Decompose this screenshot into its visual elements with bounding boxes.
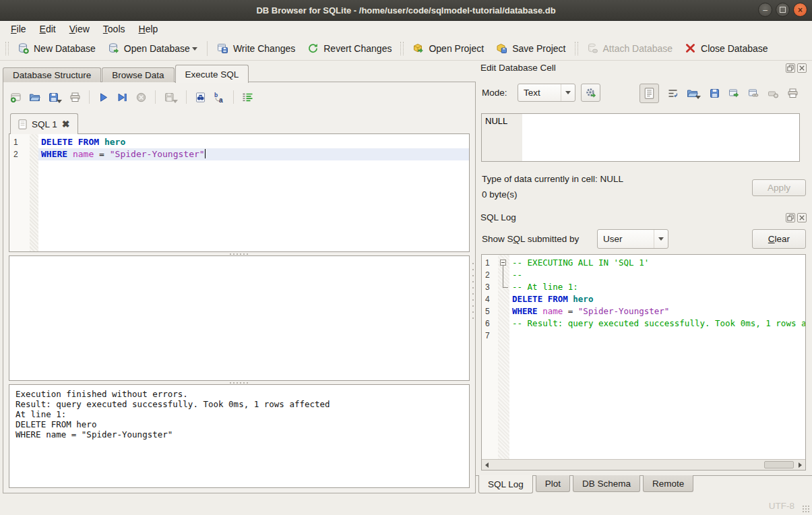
svg-text:b: b xyxy=(214,92,218,98)
right-dock-area: Edit Database Cell Mode: Text xyxy=(476,61,812,495)
close-database-button[interactable]: Close Database xyxy=(679,40,774,57)
menu-file[interactable]: File xyxy=(4,22,33,36)
toolbar-handle[interactable] xyxy=(400,42,404,55)
close-sql-tab-icon[interactable]: ✖ xyxy=(62,119,70,129)
log-fold-margin[interactable] xyxy=(498,255,509,460)
text-mode-toggle-button[interactable] xyxy=(639,84,659,103)
scrollbar-thumb[interactable] xyxy=(764,461,794,468)
maximize-button[interactable] xyxy=(776,3,790,17)
tab-browse-data[interactable]: Browse Data xyxy=(102,67,174,82)
text-document-icon xyxy=(644,88,654,99)
print-icon[interactable] xyxy=(69,92,81,103)
status-bar: UTF-8 xyxy=(0,495,812,515)
sql-log-view[interactable]: 12 34 56 7 -- EXECUTING ALL IN 'SQL 1' -… xyxy=(481,254,806,471)
save-sql-file-button[interactable] xyxy=(48,92,62,103)
execute-sql-panel: ba SQL 1 ✖ 1 2 DELETE FROM hero WHERE na… xyxy=(3,82,476,493)
main-tab-bar: Database Structure Browse Data Execute S… xyxy=(3,64,249,82)
dock-tab-remote[interactable]: Remote xyxy=(643,475,693,492)
export-to-file-icon[interactable] xyxy=(709,88,720,99)
open-project-button[interactable]: Open Project xyxy=(406,40,490,57)
revert-changes-icon xyxy=(307,42,319,54)
attach-database-label: Attach Database xyxy=(603,43,673,54)
import-dropdown-icon[interactable] xyxy=(695,96,701,99)
cell-edit-area[interactable] xyxy=(522,114,799,161)
tab-database-structure[interactable]: Database Structure xyxy=(3,67,101,82)
dock-tab-plot[interactable]: Plot xyxy=(536,475,570,492)
save-project-icon xyxy=(496,42,507,54)
log-line-numbers: 12 34 56 7 xyxy=(482,255,498,460)
open-database-icon xyxy=(108,42,119,54)
new-database-button[interactable]: New Database xyxy=(11,40,102,57)
cell-value-editor[interactable]: NULL xyxy=(481,113,800,162)
editor-code-area[interactable]: DELETE FROM hero WHERE name = "Spider-Yo… xyxy=(38,134,469,251)
log-filter-combo[interactable]: User xyxy=(597,229,668,249)
maximize-icon xyxy=(780,7,786,13)
edit-cell-title: Edit Database Cell xyxy=(480,63,556,73)
menu-view[interactable]: View xyxy=(63,22,96,36)
scroll-right-icon[interactable] xyxy=(795,460,805,470)
revert-changes-button[interactable]: Revert Changes xyxy=(301,40,398,57)
close-database-label: Close Database xyxy=(701,43,768,54)
copy-link-icon[interactable] xyxy=(748,88,759,99)
execute-all-icon[interactable] xyxy=(98,92,109,103)
fold-collapse-icon[interactable] xyxy=(500,260,506,266)
tab-execute-sql[interactable]: Execute SQL xyxy=(175,65,249,83)
open-database-button[interactable]: Open Database xyxy=(102,40,204,57)
word-wrap-icon[interactable] xyxy=(667,88,679,99)
toolbar-handle[interactable] xyxy=(575,42,578,55)
cell-size-info: 0 byte(s) xyxy=(482,189,518,200)
dock-tab-db-schema[interactable]: DB Schema xyxy=(573,475,640,492)
write-changes-button[interactable]: Write Changes xyxy=(211,40,301,57)
main-toolbar: New Database Open Database Write Changes… xyxy=(0,36,812,61)
menu-help[interactable]: Help xyxy=(132,22,165,36)
db-browser-window: DB Browser for SQLite - /home/user/code/… xyxy=(0,0,812,515)
sql-editor[interactable]: 1 2 DELETE FROM hero WHERE name = "Spide… xyxy=(9,133,470,252)
auto-switch-mode-button[interactable] xyxy=(581,84,600,102)
open-sql-file-icon[interactable] xyxy=(29,92,40,103)
vertical-splitter-handle[interactable] xyxy=(472,263,474,320)
open-database-dropdown-icon[interactable] xyxy=(192,47,197,51)
menu-edit[interactable]: Edit xyxy=(33,22,63,36)
edit-cell-dock-buttons xyxy=(786,63,807,73)
auto-format-icon[interactable] xyxy=(242,92,253,103)
open-in-external-icon[interactable] xyxy=(728,88,740,99)
sql-log-dock-buttons xyxy=(786,213,807,222)
minimize-button[interactable]: – xyxy=(758,3,772,17)
print-cell-icon[interactable] xyxy=(787,88,799,99)
save-sql-dropdown-icon[interactable] xyxy=(57,100,62,103)
execute-current-line-icon[interactable] xyxy=(117,92,128,103)
open-database-label: Open Database xyxy=(124,43,190,54)
apply-button: Apply xyxy=(752,179,806,196)
resize-grip[interactable] xyxy=(802,505,810,513)
find-icon[interactable] xyxy=(195,92,206,103)
close-button[interactable]: × xyxy=(793,3,807,17)
sql-toolbar-separator xyxy=(155,90,156,104)
float-panel-button[interactable] xyxy=(786,213,795,222)
log-horizontal-scrollbar[interactable] xyxy=(482,459,805,470)
combo-arrow xyxy=(654,230,668,248)
cell-value-text: NULL xyxy=(482,114,522,161)
find-and-replace-icon[interactable]: ba xyxy=(214,92,225,103)
write-changes-label: Write Changes xyxy=(233,43,295,54)
log-filter-value: User xyxy=(598,234,654,244)
mode-combo[interactable]: Text xyxy=(518,84,575,102)
cell-type-info: Type of data currently in cell: NULL xyxy=(482,174,623,184)
toolbar-handle[interactable] xyxy=(5,42,9,55)
menu-tools[interactable]: Tools xyxy=(96,22,132,36)
close-panel-button[interactable] xyxy=(797,213,807,222)
sql-tab[interactable]: SQL 1 ✖ xyxy=(10,113,78,134)
results-grid-pane[interactable] xyxy=(9,255,470,381)
title-bar[interactable]: DB Browser for SQLite - /home/user/code/… xyxy=(0,0,812,21)
log-filter-label: Show SQL submitted by xyxy=(482,234,579,244)
clear-log-button[interactable]: Clear xyxy=(752,229,806,249)
scroll-left-icon[interactable] xyxy=(482,460,492,470)
close-panel-button[interactable] xyxy=(797,63,807,73)
combo-arrow xyxy=(561,84,575,101)
float-icon xyxy=(787,214,794,221)
float-panel-button[interactable] xyxy=(786,63,795,73)
new-sql-tab-icon[interactable] xyxy=(10,92,22,103)
import-from-file-button[interactable] xyxy=(687,88,701,99)
save-project-button[interactable]: Save Project xyxy=(490,40,571,57)
execution-message-pane[interactable]: Execution finished without errors. Resul… xyxy=(9,384,470,488)
dock-tab-sql-log[interactable]: SQL Log xyxy=(478,475,533,493)
